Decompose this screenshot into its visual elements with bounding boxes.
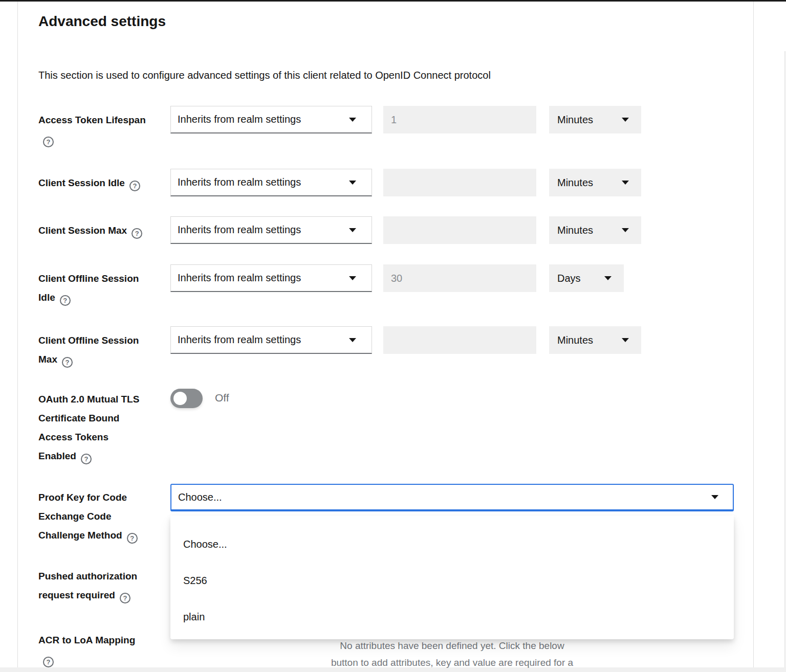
caret-down-icon [622, 181, 629, 185]
caret-down-icon [711, 495, 718, 499]
help-icon[interactable]: ? [43, 657, 54, 667]
client-session-max-input[interactable] [383, 216, 536, 244]
pushed-authorization-label: Pushed authorization request required? [38, 567, 172, 604]
help-icon[interactable]: ? [132, 228, 142, 239]
caret-down-icon [622, 228, 629, 232]
access-token-lifespan-unit-select[interactable]: Minutes [549, 106, 641, 133]
mutual-tls-label: OAuth 2.0 Mutual TLS Certificate Bound A… [38, 390, 172, 465]
advanced-settings-page: Advanced settings This section is used t… [0, 0, 786, 672]
client-session-max-select[interactable]: Inherits from realm settings [170, 216, 372, 244]
help-icon[interactable]: ? [81, 454, 92, 464]
client-session-idle-unit-select[interactable]: Minutes [549, 169, 641, 196]
caret-down-icon [349, 181, 356, 185]
client-offline-session-max-select[interactable]: Inherits from realm settings [170, 326, 372, 354]
caret-down-icon [604, 276, 612, 280]
right-panel-divider [753, 2, 754, 672]
page-title: Advanced settings [38, 13, 166, 30]
caret-down-icon [349, 338, 356, 342]
caret-down-icon [349, 276, 356, 280]
acr-to-loa-label: ACR to LoA Mapping ? [38, 631, 172, 668]
pkce-method-select[interactable]: Choose... [170, 484, 734, 511]
client-offline-session-idle-select[interactable]: Inherits from realm settings [170, 264, 372, 292]
client-offline-session-idle-label: Client Offline Session Idle? [38, 269, 172, 307]
scrollbar-track[interactable] [784, 51, 785, 672]
access-token-lifespan-select[interactable]: Inherits from realm settings [170, 106, 372, 133]
client-offline-session-max-input[interactable] [383, 326, 536, 354]
left-panel-divider [17, 2, 18, 672]
caret-down-icon [622, 338, 629, 342]
client-offline-session-idle-unit-select[interactable]: Days [549, 264, 624, 292]
client-session-idle-label: Client Session Idle? [38, 173, 172, 192]
toggle-state-label: Off [215, 392, 229, 404]
toggle-knob [173, 392, 187, 405]
caret-down-icon [349, 118, 356, 122]
mutual-tls-toggle[interactable] [170, 389, 203, 408]
caret-down-icon [349, 228, 356, 232]
menu-item-plain[interactable]: plain [170, 599, 734, 635]
help-icon[interactable]: ? [127, 533, 138, 544]
help-icon[interactable]: ? [120, 593, 130, 603]
menu-item-choose[interactable]: Choose... [170, 526, 734, 563]
top-divider [0, 0, 786, 2]
client-session-idle-input[interactable] [383, 169, 536, 196]
caret-down-icon [622, 118, 629, 122]
access-token-lifespan-label: Access Token Lifespan ? [38, 110, 172, 148]
client-offline-session-idle-input[interactable] [383, 264, 536, 292]
client-offline-session-max-unit-select[interactable]: Minutes [549, 326, 641, 354]
acr-empty-state: No attributes have been defined yet. Cli… [170, 637, 734, 671]
client-offline-session-max-label: Client Offline Session Max? [38, 331, 172, 369]
help-icon[interactable]: ? [62, 357, 73, 368]
menu-item-s256[interactable]: S256 [170, 563, 734, 599]
pkce-method-label: Proof Key for Code Exchange Code Challen… [38, 488, 172, 545]
access-token-lifespan-input[interactable] [383, 106, 536, 133]
client-session-max-unit-select[interactable]: Minutes [549, 216, 641, 244]
client-session-idle-select[interactable]: Inherits from realm settings [170, 169, 372, 196]
pkce-method-dropdown-menu: Choose... S256 plain [170, 516, 734, 639]
help-icon[interactable]: ? [129, 181, 140, 191]
page-description: This section is used to configure advanc… [38, 70, 491, 81]
help-icon[interactable]: ? [43, 137, 54, 147]
client-session-max-label: Client Session Max? [38, 221, 172, 240]
help-icon[interactable]: ? [60, 295, 71, 306]
